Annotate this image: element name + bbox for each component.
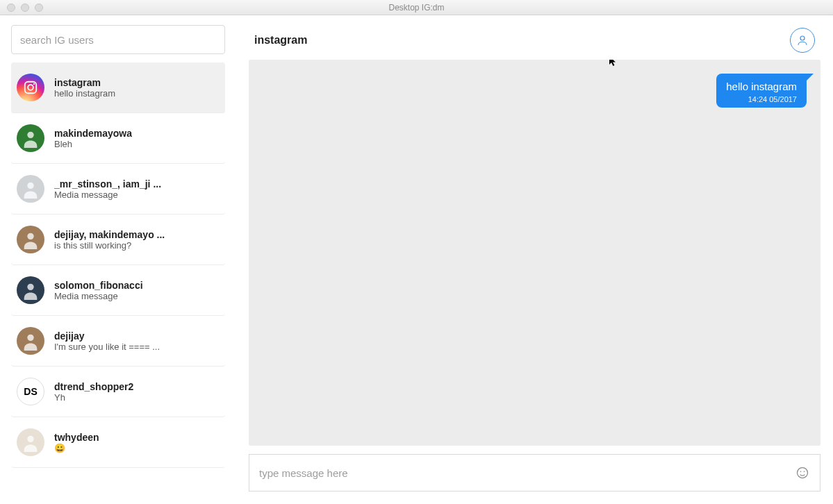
svg-point-2 [33,83,35,85]
thread-preview: hello instagram [54,88,115,99]
cursor-icon [608,60,619,67]
svg-point-6 [27,284,33,290]
thread-preview: Yh [54,392,133,403]
svg-point-1 [28,85,33,90]
svg-point-12 [804,471,805,473]
svg-point-8 [27,436,33,442]
message-input[interactable] [259,467,788,479]
svg-point-7 [27,335,33,341]
thread-preview: Bleh [54,139,132,149]
window-title: Desktop IG:dm [0,3,833,12]
traffic-lights [0,3,43,12]
thread-name: makindemayowa [54,128,132,139]
search-input[interactable] [11,25,225,54]
thread-item[interactable]: DSdtrend_shopper2Yh [11,367,225,417]
avatar [17,327,44,355]
avatar [17,276,44,304]
thread-item[interactable]: dejijayI'm sure you like it ==== ... [11,316,225,367]
thread-preview: Media message [54,190,161,200]
app-root: instagramhello instagrammakindemayowaBle… [0,15,833,504]
avatar [17,175,44,203]
svg-point-5 [27,233,33,240]
thread-item[interactable]: dejijay, makindemayo ...is this still wo… [11,215,225,265]
chat-header: instagram [249,15,820,60]
thread-name: _mr_stinson_, iam_ji ... [54,178,161,190]
thread-name: dtrend_shopper2 [54,381,133,392]
thread-name: twhydeen [54,432,99,443]
person-icon [796,34,809,47]
thread-name: instagram [54,77,115,88]
minimize-window-button[interactable] [21,3,29,12]
thread-preview: is this still working? [54,240,165,251]
svg-point-3 [27,132,33,138]
thread-item[interactable]: solomon_fibonacciMedia message [11,265,225,316]
thread-item[interactable]: _mr_stinson_, iam_ji ...Media message [11,164,225,215]
svg-point-11 [800,471,802,473]
close-window-button[interactable] [7,3,15,12]
thread-item[interactable]: instagramhello instagram [11,62,225,113]
svg-point-9 [800,36,805,40]
message-text: hello instagram [726,81,797,92]
svg-point-10 [798,468,808,478]
emoji-button[interactable] [795,465,810,480]
avatar [17,428,44,456]
thread-item[interactable]: makindemayowaBleh [11,113,225,164]
avatar [17,226,44,253]
avatar: DS [17,378,44,405]
chat-title: instagram [254,34,307,47]
window-titlebar: Desktop IG:dm [0,0,833,15]
avatar [17,124,44,152]
thread-name: dejijay [54,330,160,342]
message-composer [249,454,820,492]
thread-list[interactable]: instagramhello instagrammakindemayowaBle… [0,62,236,504]
emoji-icon [795,466,809,480]
thread-item[interactable]: twhydeen😀 [11,417,225,468]
chat-body[interactable]: hello instagram14:24 05/2017 [249,60,820,446]
profile-button[interactable] [790,28,815,53]
message-bubble: hello instagram14:24 05/2017 [716,74,807,108]
sidebar: instagramhello instagrammakindemayowaBle… [0,15,236,504]
thread-preview: 😀 [54,443,99,453]
message-timestamp: 14:24 05/2017 [726,95,797,103]
thread-preview: I'm sure you like it ==== ... [54,342,160,352]
avatar [17,74,44,101]
chat-pane: instagram hello instagram14:24 05/2017 [236,15,833,504]
message-row: hello instagram14:24 05/2017 [263,74,807,108]
thread-preview: Media message [54,291,143,301]
svg-point-4 [27,183,33,189]
thread-name: solomon_fibonacci [54,280,143,291]
thread-name: dejijay, makindemayo ... [54,229,165,240]
maximize-window-button[interactable] [35,3,43,12]
